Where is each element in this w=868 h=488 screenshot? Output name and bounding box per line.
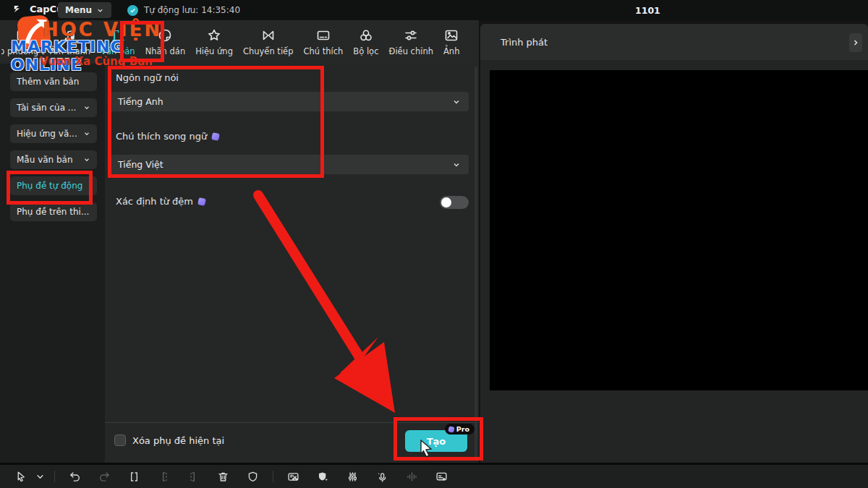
chevron-down-icon <box>83 130 90 137</box>
chevron-down-icon[interactable] <box>30 466 49 487</box>
tab[interactable]: Bộ lọc <box>348 25 383 56</box>
tab[interactable]: Chú thích <box>298 25 348 56</box>
sidebar-item[interactable]: Phụ đề tự động <box>10 176 97 195</box>
chevron-down-icon <box>452 160 461 169</box>
pro-badge: Pro <box>445 424 475 435</box>
toolbar-button[interactable] <box>427 466 456 487</box>
toolbar-divider <box>54 471 55 482</box>
toggle-knob <box>441 197 451 207</box>
filter-icon <box>359 26 373 45</box>
toolbar-button[interactable] <box>397 466 427 487</box>
toolbar-smart-group <box>278 466 456 487</box>
tab[interactable]: Âm thanh <box>45 25 95 56</box>
top-bar: CapCut Menu Tự động lưu: 14:35:40 1101 <box>0 0 868 20</box>
smart-mask-icon <box>317 471 329 483</box>
sidebar-item[interactable]: Hiệu ứng vă... <box>10 124 97 143</box>
toolbar-button[interactable] <box>90 466 119 487</box>
timeline-toolbar <box>0 463 868 488</box>
bilingual-language-dropdown[interactable]: Tiếng Việt <box>110 155 469 174</box>
sidebar-item[interactable]: Thêm văn bản <box>10 72 97 91</box>
asset-tab-bar: Tệp phương tiện Âm thanh TI Văn bản Nhãn… <box>0 20 479 64</box>
chevron-down-icon <box>96 7 104 14</box>
voice-enhance-icon <box>376 471 388 483</box>
chevron-down-icon <box>83 156 90 163</box>
frame-counter: 1101 <box>635 0 660 20</box>
toolbar-button[interactable] <box>278 466 308 487</box>
toolbar-button[interactable] <box>179 466 208 487</box>
create-button[interactable]: Tạo Pro <box>405 430 467 452</box>
pro-gem-icon <box>211 132 220 141</box>
photo-icon <box>444 26 459 45</box>
player-header: Trình phát <box>480 24 868 60</box>
tab[interactable]: Hiệu ứng <box>190 25 238 56</box>
transition-icon <box>261 26 276 45</box>
toolbar-button[interactable] <box>338 466 367 487</box>
toolbar-button[interactable] <box>238 466 268 487</box>
clear-subtitles-checkbox[interactable] <box>114 435 126 446</box>
cursor-select-icon[interactable] <box>12 466 30 487</box>
trim-left-icon <box>158 471 170 483</box>
sticker-icon <box>158 26 172 45</box>
capcut-logo-icon <box>13 4 26 14</box>
effects-icon <box>207 26 221 45</box>
tab[interactable]: Ảnh <box>438 25 464 56</box>
toolbar-divider <box>273 471 273 482</box>
panel-footer: Xóa phụ đề hiện tại Tạo Pro <box>105 422 479 463</box>
pro-gem-icon <box>197 197 206 206</box>
undo-icon <box>69 471 81 483</box>
tab[interactable]: Chuyển tiếp <box>238 25 299 56</box>
toolbar-button[interactable] <box>60 466 90 487</box>
chevron-down-icon <box>452 98 461 106</box>
capcut-app-window: CapCut Menu Tự động lưu: 14:35:40 1101 T… <box>0 0 868 488</box>
auto-caption-icon <box>435 471 448 483</box>
pro-gem-icon <box>448 426 454 432</box>
toolbar-button[interactable] <box>308 466 338 487</box>
sidebar-item[interactable]: Phụ đề trên thi... <box>10 202 97 221</box>
toolbar-button[interactable] <box>208 466 238 487</box>
media-icon <box>16 26 30 45</box>
tab[interactable]: Nhãn dán <box>140 25 191 56</box>
filler-words-label: Xác định từ đệm <box>116 196 205 207</box>
tab[interactable]: Tệp phương tiện <box>1 25 45 56</box>
autosave-check-icon <box>127 5 138 16</box>
toolbar-edit-group <box>60 466 268 487</box>
adjust-sliders-icon <box>346 471 359 483</box>
caption-icon <box>316 26 331 45</box>
menu-button[interactable]: Menu <box>58 2 111 18</box>
filler-words-toggle[interactable] <box>440 196 469 209</box>
autocut-icon <box>287 471 299 483</box>
chevron-down-icon <box>83 104 90 111</box>
chevron-right-icon <box>851 38 860 47</box>
toolbar-button[interactable] <box>119 466 149 487</box>
adjust-icon <box>404 26 418 45</box>
sidebar-item[interactable]: Mẫu văn bản <box>10 150 97 169</box>
trash-icon <box>217 471 229 483</box>
player-panel: Trình phát 00:00:00:00 00:07:03:18 <box>479 20 868 463</box>
trim-right-icon <box>187 471 200 483</box>
spoken-language-label: Ngôn ngữ nói <box>116 72 179 83</box>
redo-icon <box>98 471 111 483</box>
text-sidebar: Thêm văn bản Tài sản của ... Hiệu ứng vă… <box>0 64 105 463</box>
auto-captions-panel: Ngôn ngữ nói Tiếng Anh Chú thích song ng… <box>105 64 479 463</box>
tab[interactable]: Điều chỉnh <box>383 25 438 56</box>
panel-scrollbar[interactable] <box>475 67 477 460</box>
audio-wave-icon <box>406 471 418 483</box>
toolbar-button[interactable] <box>149 466 179 487</box>
sidebar-item[interactable]: Tài sản của ... <box>10 98 97 117</box>
shield-outline-icon <box>247 471 259 483</box>
toolbar-button[interactable] <box>367 466 397 487</box>
clear-subtitles-label: Xóa phụ đề hiện tại <box>132 435 224 446</box>
autosave-status: Tự động lưu: 14:35:40 <box>127 0 240 20</box>
player-body: 00:00:00:00 00:07:03:18 <box>480 60 868 463</box>
spoken-language-dropdown[interactable]: Tiếng Anh <box>110 92 469 111</box>
video-preview[interactable] <box>490 70 868 390</box>
audio-icon <box>63 26 77 45</box>
text-icon: TI <box>110 26 126 45</box>
split-icon <box>128 471 140 483</box>
tab[interactable]: TI Văn bản <box>95 25 140 56</box>
tab-expand-button[interactable] <box>849 33 862 52</box>
bilingual-caption-label: Chú thích song ngữ <box>116 131 219 142</box>
